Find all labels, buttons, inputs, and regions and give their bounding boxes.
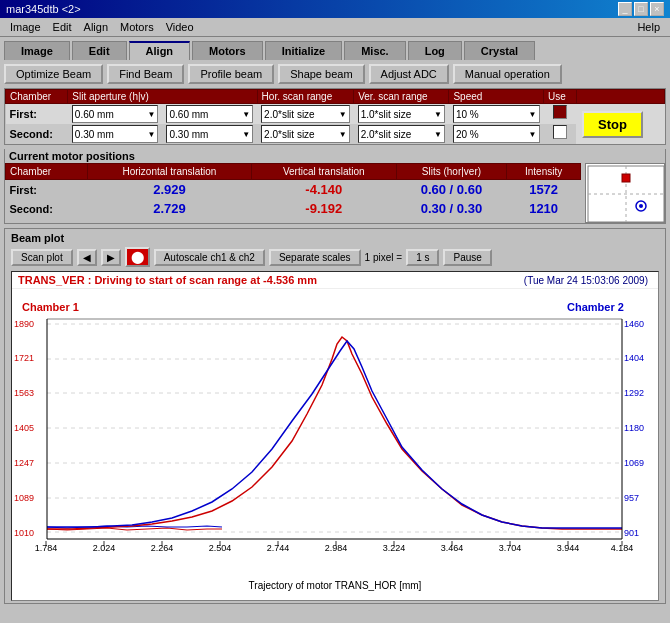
first-speed-dropdown[interactable]: 10 % ▼: [449, 104, 544, 125]
motor-row-first: First: 2.929 -4.140 0.60 / 0.60 1572: [6, 180, 581, 200]
tab-log[interactable]: Log: [408, 41, 462, 60]
second-label: Second:: [6, 124, 68, 144]
second-hor-scan-dropdown[interactable]: 2.0*slit size ▼: [257, 124, 354, 144]
svg-text:1404: 1404: [624, 353, 644, 363]
col-use: Use: [544, 90, 577, 104]
time-button[interactable]: 1 s: [406, 249, 439, 266]
slit-row-first: First: 0.60 mm ▼ 0.60 mm ▼: [6, 104, 665, 125]
motor-col-slits: Slits (hor|ver): [396, 164, 507, 180]
first-ver-scan-dropdown[interactable]: 1.0*slit size ▼: [354, 104, 449, 125]
motor-table: Chamber Horizontal translation Vertical …: [5, 163, 581, 218]
second-speed-dropdown[interactable]: 20 % ▼: [449, 124, 544, 144]
first-use-checkbox[interactable]: [544, 104, 577, 120]
window-controls[interactable]: _ □ ×: [618, 2, 664, 16]
find-beam-button[interactable]: Find Beam: [107, 64, 184, 84]
next-button[interactable]: ▶: [101, 249, 121, 266]
tab-image[interactable]: Image: [4, 41, 70, 60]
second-h-dropdown[interactable]: 0.30 mm ▼: [68, 124, 163, 144]
help-menu[interactable]: Help: [631, 20, 666, 34]
second-use-checkbox[interactable]: [544, 124, 577, 140]
svg-text:1460: 1460: [624, 319, 644, 329]
app-title: mar345dtb <2>: [6, 3, 81, 15]
plot-svg: Chamber 1 Chamber 2 1890 1721 1563 1405 …: [12, 289, 654, 589]
motor-second-h: 2.729: [87, 199, 251, 218]
menu-video[interactable]: Video: [160, 20, 200, 34]
motor-diagram-area: [585, 163, 665, 223]
scan-plot-button[interactable]: Scan plot: [11, 249, 73, 266]
slit-row-second: Second: 0.30 mm ▼ 0.30 mm ▼: [6, 124, 665, 144]
second-checkbox-box[interactable]: [553, 125, 567, 139]
svg-text:1563: 1563: [14, 388, 34, 398]
svg-text:1721: 1721: [14, 353, 34, 363]
maximize-button[interactable]: □: [634, 2, 648, 16]
svg-text:1180: 1180: [624, 423, 644, 433]
svg-text:957: 957: [624, 493, 639, 503]
motor-positions-title: Current motor positions: [5, 149, 665, 163]
tab-edit[interactable]: Edit: [72, 41, 127, 60]
col-stop: [576, 90, 664, 104]
motor-col-h-trans: Horizontal translation: [87, 164, 251, 180]
motor-col-v-trans: Vertical translation: [251, 164, 396, 180]
beam-plot-title: Beam plot: [7, 231, 663, 245]
stop-button-cell: Stop: [576, 104, 664, 145]
menu-motors[interactable]: Motors: [114, 20, 160, 34]
col-chamber: Chamber: [6, 90, 68, 104]
shape-beam-button[interactable]: Shape beam: [278, 64, 364, 84]
motor-table-container: Chamber Horizontal translation Vertical …: [5, 163, 581, 223]
first-h-dropdown[interactable]: 0.60 mm ▼: [68, 104, 163, 125]
second-ver-scan-dropdown[interactable]: 2.0*slit size ▼: [354, 124, 449, 144]
action-buttons: Optimize Beam Find Beam Profile beam Sha…: [4, 64, 666, 84]
plot-timestamp: (Tue Mar 24 15:03:06 2009): [524, 275, 652, 286]
svg-text:1247: 1247: [14, 458, 34, 468]
tab-motors[interactable]: Motors: [192, 41, 263, 60]
svg-text:901: 901: [624, 528, 639, 538]
motor-first-v: -4.140: [251, 180, 396, 200]
profile-beam-button[interactable]: Profile beam: [188, 64, 274, 84]
prev-button[interactable]: ◀: [77, 249, 97, 266]
motor-second-intensity: 1210: [507, 199, 581, 218]
svg-text:1292: 1292: [624, 388, 644, 398]
motor-first-slits: 0.60 / 0.60: [396, 180, 507, 200]
svg-text:1089: 1089: [14, 493, 34, 503]
first-hor-scan-dropdown[interactable]: 2.0*slit size ▼: [257, 104, 354, 125]
plot-message: TRANS_VER : Driving to start of scan ran…: [18, 274, 317, 286]
pause-button[interactable]: Pause: [443, 249, 491, 266]
autoscale-button[interactable]: Autoscale ch1 & ch2: [154, 249, 265, 266]
tab-crystal[interactable]: Crystal: [464, 41, 535, 60]
close-button[interactable]: ×: [650, 2, 664, 16]
adjust-adc-button[interactable]: Adjust ADC: [369, 64, 449, 84]
motor-first-intensity: 1572: [507, 180, 581, 200]
motor-row-second: Second: 2.729 -9.192 0.30 / 0.30 1210: [6, 199, 581, 218]
tab-initialize[interactable]: Initialize: [265, 41, 342, 60]
first-label: First:: [6, 104, 68, 125]
menu-image[interactable]: Image: [4, 20, 47, 34]
motor-second-v: -9.192: [251, 199, 396, 218]
manual-operation-button[interactable]: Manual operation: [453, 64, 562, 84]
plot-area: TRANS_VER : Driving to start of scan ran…: [11, 271, 659, 601]
separate-scales-button[interactable]: Separate scales: [269, 249, 361, 266]
svg-text:1010: 1010: [14, 528, 34, 538]
stop-button[interactable]: Stop: [582, 111, 643, 138]
tab-misc[interactable]: Misc.: [344, 41, 406, 60]
second-v-dropdown[interactable]: 0.30 mm ▼: [162, 124, 257, 144]
motor-second-label: Second:: [6, 199, 88, 218]
slit-group: Chamber Slit aperture (h|v) Hor. scan ra…: [4, 88, 666, 145]
beam-plot-section: Beam plot Scan plot ◀ ▶ ⬤ Autoscale ch1 …: [4, 228, 666, 604]
x-axis-label: Trajectory of motor TRANS_HOR [mm]: [12, 579, 658, 593]
menu-edit[interactable]: Edit: [47, 20, 78, 34]
motor-col-intensity: Intensity: [507, 164, 581, 180]
optimize-beam-button[interactable]: Optimize Beam: [4, 64, 103, 84]
col-slit: Slit aperture (h|v): [68, 90, 257, 104]
first-checkbox-box[interactable]: [553, 105, 567, 119]
tab-align[interactable]: Align: [129, 41, 191, 60]
col-hor-scan: Hor. scan range: [257, 90, 354, 104]
record-button[interactable]: ⬤: [125, 247, 150, 267]
menu-align[interactable]: Align: [78, 20, 114, 34]
first-v-dropdown[interactable]: 0.60 mm ▼: [162, 104, 257, 125]
motor-second-slits: 0.30 / 0.30: [396, 199, 507, 218]
tabs-bar: Image Edit Align Motors Initialize Misc.…: [0, 37, 670, 60]
motor-diagram-svg: [586, 164, 666, 224]
svg-text:1890: 1890: [14, 319, 34, 329]
minimize-button[interactable]: _: [618, 2, 632, 16]
slit-table: Chamber Slit aperture (h|v) Hor. scan ra…: [5, 89, 665, 144]
